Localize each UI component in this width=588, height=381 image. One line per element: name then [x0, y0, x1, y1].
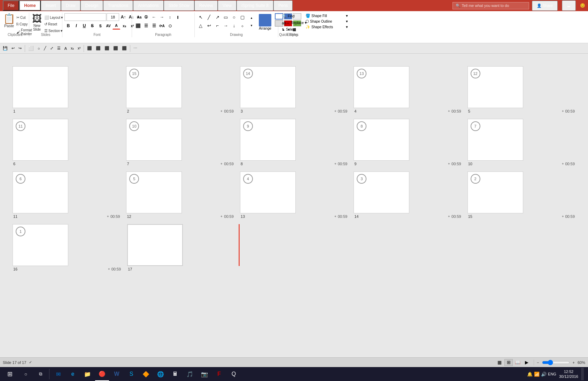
tb2-align4[interactable]: ⬛: [112, 45, 119, 51]
taskbar-skype[interactable]: S: [124, 367, 138, 381]
tab-view[interactable]: View: [218, 0, 237, 11]
taskbar-edge[interactable]: e: [66, 367, 80, 381]
layout-button[interactable]: ⬜ Layout ▾: [43, 15, 64, 21]
tb2-align1[interactable]: ⬛: [86, 45, 93, 51]
char-spacing-button[interactable]: AV: [105, 22, 112, 30]
replace-button[interactable]: ab↔ Replace ▾: [280, 20, 304, 26]
shape-select-tool[interactable]: ↖: [197, 13, 204, 21]
undo-button[interactable]: ↩: [10, 45, 16, 51]
shape-fill-button[interactable]: 🪣 Shape Fill ▾: [304, 13, 349, 18]
slide-thumb-17[interactable]: [127, 224, 183, 266]
tab-animations[interactable]: Animations: [133, 0, 163, 11]
search-button[interactable]: ○: [19, 367, 33, 381]
tab-insert[interactable]: Insert: [41, 0, 61, 11]
tab-home[interactable]: Home: [19, 0, 40, 11]
slide-thumb-9[interactable]: 8: [354, 119, 409, 161]
slide-thumb-14[interactable]: 3: [354, 172, 409, 213]
slide-thumb-16[interactable]: 1: [13, 224, 68, 266]
tab-slideshow[interactable]: Slide Show: [164, 0, 194, 11]
shape-rounded-rect-tool[interactable]: ▢: [239, 13, 246, 21]
tab-pens[interactable]: Pens: [273, 0, 293, 11]
tb2-btn-sup[interactable]: x²: [76, 46, 82, 51]
bullets-button[interactable]: ≡: [134, 13, 142, 21]
tab-file[interactable]: File: [3, 0, 19, 11]
slide-thumb-11[interactable]: 6: [13, 172, 68, 213]
indent-increase-button[interactable]: →: [158, 13, 166, 21]
font-name-input[interactable]: [64, 13, 106, 21]
shapes-scroll-down[interactable]: ▼: [248, 22, 255, 29]
shape-arrow-tool[interactable]: ↗: [214, 13, 221, 21]
subscript-button[interactable]: x₂: [121, 22, 128, 30]
shape-arrow-down-tool[interactable]: ↓: [230, 22, 238, 29]
strikethrough-button[interactable]: S: [88, 22, 96, 30]
slide-thumb-13[interactable]: 4: [240, 172, 296, 213]
numbering-button[interactable]: ①: [142, 13, 150, 21]
shape-connector-tool[interactable]: ⌐: [214, 22, 221, 29]
shapes-scroll-up[interactable]: ▲: [248, 14, 255, 22]
save-button[interactable]: 💾: [1, 45, 9, 51]
start-button[interactable]: ⊞: [1, 367, 18, 381]
tell-me-search[interactable]: 🔍 Tell me what you want to do: [452, 2, 529, 9]
shape-bend-arrow-tool[interactable]: ↩: [205, 22, 213, 29]
slide-thumb-6[interactable]: 11: [13, 119, 68, 161]
tb2-btn3[interactable]: ╱: [42, 45, 48, 51]
tb2-btn1[interactable]: ⬜: [27, 45, 35, 52]
redo-button[interactable]: ↪: [17, 45, 23, 51]
reading-view-button[interactable]: 📖: [513, 359, 522, 366]
taskbar-app1[interactable]: 🔶: [139, 367, 153, 381]
tab-draw[interactable]: Draw: [61, 0, 80, 11]
zoom-slider[interactable]: [542, 360, 570, 365]
slide-thumb-10[interactable]: 7: [467, 119, 523, 161]
lang-icon[interactable]: ENG: [548, 372, 556, 376]
tb2-align5[interactable]: ⬛: [121, 45, 128, 51]
slide-thumb-15[interactable]: 2: [467, 172, 523, 213]
taskbar-mail[interactable]: ✉: [51, 367, 65, 381]
notification-icon[interactable]: 🔔: [527, 372, 533, 377]
slide-thumb-7[interactable]: 10: [126, 119, 182, 161]
taskbar-chrome[interactable]: 🌐: [154, 367, 168, 381]
tab-ispring[interactable]: iSpring Suite 8: [237, 0, 273, 11]
taskbar-filezilla[interactable]: F: [212, 367, 226, 381]
align-left-button[interactable]: ⬛: [134, 22, 142, 30]
taskbar-app2[interactable]: Q: [227, 367, 241, 381]
slide-sorter-button[interactable]: ⊞: [504, 359, 513, 366]
text-direction-button[interactable]: ⟳A: [158, 22, 166, 30]
minimize-button[interactable]: 🗕: [562, 0, 576, 11]
volume-icon[interactable]: 🔊: [541, 372, 547, 377]
arrange-button[interactable]: Arrange: [257, 13, 273, 31]
line-spacing-button[interactable]: ↕: [166, 13, 174, 21]
taskbar-powerpoint[interactable]: 🔴: [95, 367, 109, 381]
taskbar-media[interactable]: 🎵: [183, 367, 197, 381]
slide-thumb-8[interactable]: 9: [240, 119, 296, 161]
shape-arrow-right-tool[interactable]: →: [222, 22, 230, 29]
shape-triangle-tool[interactable]: △: [197, 22, 204, 29]
taskbar-explorer[interactable]: 📁: [80, 367, 94, 381]
indent-decrease-button[interactable]: ←: [150, 13, 158, 21]
slideshow-view-button[interactable]: ▶: [523, 359, 531, 366]
paste-button[interactable]: 📋 Paste: [3, 13, 15, 29]
new-slide-button[interactable]: 🖼 New Slide: [31, 13, 42, 32]
shapes-more-button[interactable]: ⬦: [239, 22, 246, 29]
tb2-btn-more[interactable]: ⋯: [132, 45, 139, 51]
shape-rect-tool[interactable]: ▭: [222, 13, 230, 21]
text-shadow-button[interactable]: S: [96, 22, 104, 30]
columns-button[interactable]: ⫿: [174, 13, 182, 21]
tb2-btn-sub[interactable]: x₂: [69, 46, 75, 51]
shape-circle-tool[interactable]: ○: [230, 13, 238, 21]
font-size-increase-button[interactable]: A↑: [119, 13, 127, 21]
tab-review[interactable]: Review: [194, 0, 218, 11]
slide-thumb-4[interactable]: 13: [354, 66, 409, 108]
font-color-button[interactable]: A: [113, 22, 120, 30]
taskbar-word[interactable]: W: [110, 367, 124, 381]
slide-thumb-1[interactable]: [13, 66, 68, 108]
shape-effects-button[interactable]: ✨ Shape Effects ▾: [304, 24, 349, 30]
underline-button[interactable]: U: [80, 22, 88, 30]
tb2-btn6[interactable]: A: [63, 46, 68, 51]
normal-view-button[interactable]: ▦: [495, 359, 504, 366]
tab-transitions[interactable]: Transitions: [103, 0, 133, 11]
find-button[interactable]: 🔍 Find: [280, 13, 304, 19]
slide-thumb-12[interactable]: 5: [126, 172, 182, 213]
slide-thumb-2[interactable]: 15: [126, 66, 182, 108]
slide-thumb-3[interactable]: 14: [240, 66, 296, 108]
tab-design[interactable]: Design: [80, 0, 103, 11]
